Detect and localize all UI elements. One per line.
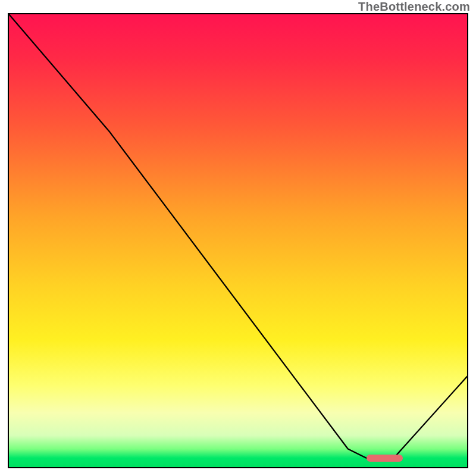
chart-frame bbox=[8, 13, 468, 468]
optimal-range-marker bbox=[367, 455, 403, 462]
gradient-background bbox=[9, 14, 467, 467]
watermark-text: TheBottleneck.com bbox=[358, 0, 470, 14]
chart-stage: TheBottleneck.com bbox=[0, 0, 476, 476]
